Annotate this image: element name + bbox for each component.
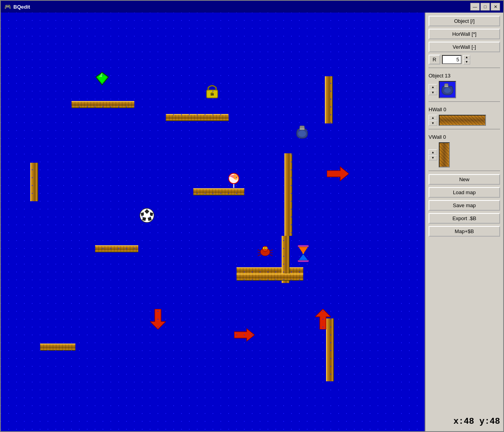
- svg-point-7: [298, 131, 306, 137]
- hwall-preview: [439, 115, 486, 126]
- svg-rect-8: [300, 128, 304, 130]
- platform-7: [236, 274, 303, 281]
- candy-obj: [225, 172, 242, 189]
- svg-line-29: [269, 254, 273, 256]
- hourglass-obj: [295, 244, 312, 263]
- potion-obj: [293, 123, 311, 141]
- save-map-button[interactable]: Save map: [429, 200, 500, 211]
- svg-line-24: [258, 250, 261, 251]
- object-down-btn[interactable]: ▼: [429, 90, 437, 95]
- coordinates: x:48 y:48: [429, 415, 500, 428]
- title-bar-left: 🎮 BQedit: [4, 3, 30, 10]
- svg-rect-30: [298, 245, 309, 247]
- diamond-obj: [94, 71, 110, 86]
- soccer-obj: [138, 207, 156, 224]
- new-button[interactable]: New: [429, 174, 500, 185]
- vwall-4: [30, 163, 38, 201]
- restore-button[interactable]: □: [480, 3, 490, 11]
- hwall-up-btn[interactable]: ▲: [429, 115, 437, 120]
- separator-1: [429, 68, 500, 68]
- app-title: BQedit: [13, 4, 30, 10]
- r-label: R: [429, 55, 440, 64]
- r-spin-up[interactable]: ▲: [463, 55, 470, 60]
- game-canvas[interactable]: 16: [1, 13, 425, 431]
- title-controls: — □ ✕: [470, 3, 500, 11]
- main-content: 16: [1, 13, 503, 431]
- enemy-obj: [256, 243, 274, 261]
- vwall-row: ▲ ▼: [429, 142, 500, 167]
- lock-obj: 16: [203, 81, 222, 100]
- vwall-down-btn[interactable]: ▼: [429, 155, 437, 160]
- vwall-preview: [439, 142, 450, 167]
- vwall-1: [325, 76, 333, 123]
- load-map-button[interactable]: Load map: [429, 187, 500, 198]
- object-row: ▲ ▼: [429, 81, 500, 98]
- svg-point-19: [262, 246, 268, 252]
- svg-marker-9: [327, 167, 349, 181]
- svg-marker-35: [150, 309, 166, 329]
- vwall-section-label: VWall 0: [429, 134, 500, 140]
- svg-text:16: 16: [211, 93, 214, 96]
- svg-line-27: [269, 250, 273, 251]
- title-bar: 🎮 BQedit — □ ✕: [1, 1, 503, 13]
- hwall-texture: [440, 116, 485, 125]
- object-up-btn[interactable]: ▲: [429, 84, 437, 90]
- r-input[interactable]: [442, 55, 462, 64]
- minimize-button[interactable]: —: [470, 3, 480, 11]
- r-row: R ▲ ▼: [429, 55, 500, 64]
- svg-point-39: [444, 88, 451, 93]
- platform-1: [71, 101, 134, 108]
- export-button[interactable]: Export .$B: [429, 213, 500, 224]
- hwall-row: ▲ ▼: [429, 115, 500, 126]
- svg-marker-37: [315, 309, 331, 329]
- object-section-label: Object 13: [429, 73, 500, 79]
- vwall-up-btn[interactable]: ▲: [429, 149, 437, 155]
- object-preview: [439, 81, 456, 98]
- hwall-section-label: HWall 0: [429, 107, 500, 112]
- platform-4: [95, 245, 138, 252]
- svg-point-23: [266, 248, 267, 248]
- platform-3: [193, 188, 244, 195]
- svg-marker-36: [234, 329, 255, 341]
- object-preview-icon: [440, 82, 455, 97]
- close-button[interactable]: ✕: [491, 3, 500, 11]
- r-spinner: ▲ ▼: [463, 55, 470, 64]
- vwall-arrow-btns: ▲ ▼: [429, 149, 437, 160]
- platform-2: [166, 114, 229, 121]
- horwall-button[interactable]: HorWall [*]: [429, 29, 500, 39]
- hwall-arrow-btns: ▲ ▼: [429, 115, 437, 126]
- separator-2: [429, 101, 500, 102]
- platform-6: [40, 344, 75, 351]
- arrow-right2-obj: [233, 327, 255, 343]
- svg-line-26: [258, 254, 261, 256]
- svg-marker-33: [299, 254, 308, 260]
- svg-rect-31: [298, 260, 309, 262]
- main-window: 🎮 BQedit — □ ✕: [0, 0, 504, 432]
- app-icon: 🎮: [4, 3, 11, 10]
- hwall-down-btn[interactable]: ▼: [429, 120, 437, 126]
- arrow-right-obj: [326, 165, 350, 182]
- separator-4: [429, 171, 500, 171]
- object-button[interactable]: Object [/]: [429, 16, 500, 26]
- vwall-2: [284, 153, 292, 236]
- separator-3: [429, 129, 500, 129]
- sidebar: Object [/] HorWall [*] VerWall [-] R ▲ ▼…: [425, 13, 503, 431]
- verwall-button[interactable]: VerWall [-]: [429, 42, 500, 52]
- svg-point-22: [264, 248, 265, 248]
- object-arrow-btns: ▲ ▼: [429, 84, 437, 95]
- r-spin-down[interactable]: ▼: [463, 60, 470, 64]
- map-button[interactable]: Map+$B: [429, 226, 500, 237]
- vwall-texture: [440, 143, 449, 167]
- arrow-up-obj: [314, 308, 332, 330]
- arrow-down-obj: [149, 308, 167, 330]
- svg-rect-40: [444, 86, 448, 87]
